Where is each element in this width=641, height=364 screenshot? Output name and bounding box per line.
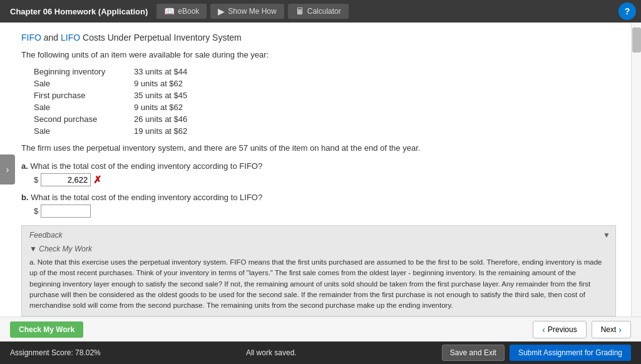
firm-text: The firm uses the perpetual inventory sy… — [21, 143, 616, 153]
part-b-question: b. What is the total cost of the ending … — [21, 193, 616, 202]
inv-value: 26 units at $46 — [134, 114, 187, 124]
header-right: ? — [618, 3, 636, 20]
part-a-input[interactable] — [41, 173, 91, 186]
part-a-answer-row: $ ✗ — [34, 173, 616, 186]
saved-status: All work saved. — [246, 348, 297, 357]
dollar-sign-a: $ — [34, 175, 38, 185]
calculator-label: Calculator — [307, 7, 341, 16]
chevron-right-icon: › — [6, 164, 9, 174]
part-b-answer-row: $ — [34, 205, 616, 218]
feedback-header: Feedback — [29, 231, 608, 240]
lifo-link[interactable]: LIFO — [61, 33, 80, 43]
part-b-text: What is the total cost of the ending inv… — [31, 193, 262, 202]
help-button[interactable]: ? — [618, 3, 636, 20]
chapter-title: Chapter 06 Homework (Application) — [5, 7, 153, 16]
show-me-how-label: Show Me How — [228, 7, 276, 16]
calculator-icon: 🖩 — [295, 6, 304, 16]
part-a: a. What is the total cost of the ending … — [21, 161, 616, 186]
bottom-nav: Check My Work ‹ Previous Next › — [0, 316, 641, 341]
part-b-input[interactable] — [41, 205, 91, 218]
ebook-tab[interactable]: 📖 eBook — [156, 4, 207, 19]
ebook-label: eBook — [178, 7, 199, 16]
inv-label: Sale — [34, 103, 134, 112]
check-my-work-label: ▼ Check My Work — [29, 245, 608, 253]
part-a-text: What is the total cost of the ending inv… — [30, 161, 262, 171]
fifo-link[interactable]: FIFO — [21, 33, 41, 43]
show-me-how-tab[interactable]: ▶ Show Me How — [210, 4, 284, 19]
status-actions: Save and Exit Submit Assignment for Grad… — [442, 345, 631, 361]
part-a-label: a. — [21, 161, 28, 171]
list-item: Sale 19 units at $62 — [34, 126, 616, 136]
inv-label: Sale — [34, 79, 134, 88]
inv-label: Beginning inventory — [34, 67, 134, 76]
chevron-left-icon: ‹ — [542, 325, 545, 335]
inv-label: Sale — [34, 126, 134, 136]
ebook-icon: 📖 — [164, 6, 175, 16]
list-item: Sale 9 units at $62 — [34, 79, 616, 88]
assignment-score: Assignment Score: 78.02% — [10, 348, 101, 357]
list-item: Sale 9 units at $62 — [34, 103, 616, 112]
question-title: FIFO and LIFO Costs Under Perpetual Inve… — [21, 33, 616, 43]
feedback-collapse-button[interactable]: ▼ — [603, 231, 610, 240]
part-a-question: a. What is the total cost of the ending … — [21, 161, 616, 171]
scroll-thumb[interactable] — [632, 28, 641, 53]
play-icon: ▶ — [218, 6, 225, 16]
check-my-work-section: ▼ Check My Work a. Note that this exerci… — [29, 245, 608, 311]
save-exit-button[interactable]: Save and Exit — [442, 345, 505, 361]
next-label: Next — [601, 325, 617, 334]
inv-value: 9 units at $62 — [134, 103, 183, 112]
list-item: First purchase 35 units at $45 — [34, 91, 616, 100]
feedback-body-text: a. Note that this exercise uses the perp… — [29, 257, 608, 311]
nav-buttons: ‹ Previous Next › — [533, 321, 631, 338]
status-bar: Assignment Score: 78.02% All work saved.… — [0, 341, 641, 364]
submit-assignment-button[interactable]: Submit Assignment for Grading — [510, 345, 631, 361]
chevron-right-icon: › — [618, 325, 622, 335]
left-panel-toggle[interactable]: › — [0, 154, 15, 185]
content-area: FIFO and LIFO Costs Under Perpetual Inve… — [0, 23, 631, 316]
check-my-work-button[interactable]: Check My Work — [10, 321, 83, 338]
inv-value: 9 units at $62 — [134, 79, 183, 88]
list-item: Second purchase 26 units at $46 — [34, 114, 616, 124]
previous-label: Previous — [548, 325, 577, 334]
wrong-mark-a: ✗ — [93, 174, 101, 186]
inv-value: 33 units at $44 — [134, 67, 187, 76]
inv-label: First purchase — [34, 91, 134, 100]
calculator-tab[interactable]: 🖩 Calculator — [288, 4, 349, 19]
intro-text: The following units of an item were avai… — [21, 50, 616, 59]
inv-value: 19 units at $62 — [134, 126, 187, 136]
part-b-label: b. — [21, 193, 29, 202]
title-suffix: Costs Under Perpetual Inventory System — [83, 33, 242, 43]
next-button[interactable]: Next › — [592, 321, 631, 338]
inv-label: Second purchase — [34, 114, 134, 124]
header: Chapter 06 Homework (Application) 📖 eBoo… — [0, 0, 641, 23]
scrollbar[interactable] — [631, 23, 641, 316]
previous-button[interactable]: ‹ Previous — [533, 321, 586, 338]
dollar-sign-b: $ — [34, 206, 38, 216]
inv-value: 35 units at $45 — [134, 91, 187, 100]
feedback-panel: Feedback ▼ ▼ Check My Work a. Note that … — [21, 225, 616, 316]
list-item: Beginning inventory 33 units at $44 — [34, 67, 616, 76]
inventory-table: Beginning inventory 33 units at $44 Sale… — [34, 67, 616, 136]
part-b: b. What is the total cost of the ending … — [21, 193, 616, 218]
main-container: › FIFO and LIFO Costs Under Perpetual In… — [0, 23, 641, 316]
